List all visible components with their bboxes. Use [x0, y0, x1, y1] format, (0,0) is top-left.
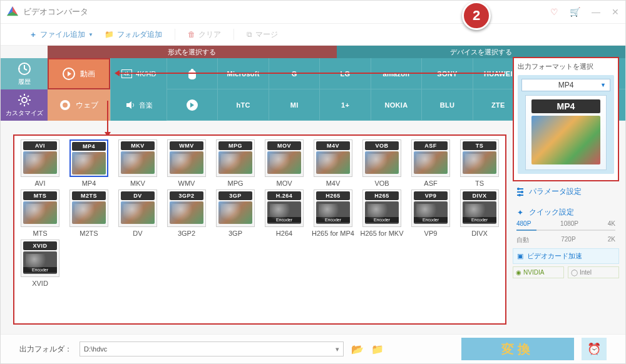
convert-button[interactable]: 変換 [461, 338, 574, 360]
quality-row-2[interactable]: 自動 720P 2K [513, 235, 619, 246]
quick-settings-link[interactable]: ✦ クイック設定 [513, 202, 619, 219]
format-label: DIVX [471, 230, 488, 237]
format-dv[interactable]: DVDV [116, 190, 160, 237]
format-ts[interactable]: TSTS [458, 139, 501, 187]
format-m2ts[interactable]: M2TSM2TS [67, 190, 111, 237]
tab-device[interactable]: デバイスを選択する [337, 46, 626, 58]
cart-icon[interactable]: 🛒 [570, 7, 580, 17]
brand-mi[interactable]: MI [269, 89, 319, 121]
format-thumb: VP9 [411, 190, 450, 227]
brand-amazon[interactable]: amazon [371, 58, 421, 89]
quality-row-1[interactable]: 480P 1080P 4K [513, 219, 619, 228]
music-category[interactable]: 音楽 [110, 89, 167, 121]
svg-line-7 [28, 103, 29, 104]
format-label: VP9 [424, 230, 438, 237]
folder-dropdown-icon[interactable]: ▾ [332, 345, 343, 353]
format-thumb: H265 [314, 190, 352, 227]
brand-blu[interactable]: BLU [421, 89, 472, 121]
tab-format[interactable]: 形式を選択する [48, 46, 337, 58]
format-3gp[interactable]: 3GP3GP [213, 190, 257, 237]
format-xvid[interactable]: XVIDXVID [18, 240, 62, 287]
app-logo-icon [7, 6, 18, 18]
chevron-down-icon[interactable]: ▼ [88, 32, 93, 38]
format-label: H264 [276, 230, 292, 237]
format-mkv[interactable]: MKVMKV [116, 139, 160, 187]
format-thumb: MOV [265, 139, 304, 177]
speaker-icon [125, 100, 135, 110]
format-3gp2[interactable]: 3GP23GP2 [165, 190, 208, 237]
brand-g[interactable]: G [269, 58, 319, 89]
folder-settings-icon[interactable]: 📁 [371, 343, 384, 355]
brand-htc[interactable]: hTC [217, 89, 268, 121]
web-category[interactable]: ウェブ [48, 89, 110, 121]
preview-header: MP4 [531, 99, 600, 113]
plus-icon: ＋ [29, 29, 37, 40]
movie-category[interactable]: 動画 [48, 58, 110, 89]
add-folder-button[interactable]: 📁 フォルダ追加 [101, 27, 166, 43]
brand-motorola[interactable] [167, 89, 217, 121]
gpu-accel-toggle[interactable]: ▣ ビデオカード加速 [513, 248, 619, 264]
history-label: 履歴 [18, 78, 31, 86]
format-vp9[interactable]: VP9VP9 [409, 190, 453, 237]
format-wmv[interactable]: WMVWMV [165, 139, 208, 187]
format-label: MOV [276, 179, 292, 187]
open-folder-icon[interactable]: 📂 [351, 343, 364, 355]
right-panel: 出力フォーマットを選択 MP4 MP4 パラメータ設定 ✦ クイック設定 480… [513, 57, 619, 326]
format-vob[interactable]: VOBVOB [360, 139, 404, 187]
parameter-settings-link[interactable]: パラメータ設定 [513, 181, 619, 202]
format-label: ASF [424, 179, 437, 187]
format-label: VOB [374, 179, 389, 187]
format-label: M4V [326, 179, 341, 187]
intel-chip[interactable]: ◯Intel [568, 266, 619, 278]
format-h265-for-mp4[interactable]: H265H265 for MP4 [311, 190, 355, 237]
brand-nokia[interactable]: NOKIA [371, 89, 421, 121]
history-tab[interactable]: 履歴 [1, 58, 48, 89]
svg-point-21 [518, 194, 521, 196]
brand-sony[interactable]: SONY [421, 58, 472, 89]
brand-apple[interactable] [167, 58, 217, 89]
merge-icon: ⧉ [247, 30, 252, 39]
format-thumb: DIVX [460, 190, 499, 227]
brand-1[interactable]: 1+ [319, 89, 370, 121]
svg-point-13 [63, 103, 68, 108]
folder-icon: 📁 [105, 30, 114, 39]
merge-button[interactable]: ⧉ マージ [243, 27, 282, 43]
format-thumb: M2TS [69, 190, 108, 227]
clear-button[interactable]: 🗑 クリア [184, 27, 225, 43]
alarm-button[interactable]: ⏰ [582, 338, 607, 360]
format-h265-for-mkv[interactable]: H265H265 for MKV [360, 190, 404, 237]
gpu-chips: ◉NVIDIA ◯Intel [513, 266, 619, 278]
format-asf[interactable]: ASFASF [409, 139, 453, 187]
add-file-button[interactable]: ＋ ファイル追加 ▼ [26, 27, 97, 43]
format-avi[interactable]: AVIAVI [18, 139, 62, 187]
format-mov[interactable]: MOVMOV [262, 139, 306, 187]
customize-tab[interactable]: カスタマイズ [1, 89, 48, 121]
minimize-button[interactable]: — [592, 7, 600, 17]
format-m4v[interactable]: M4VM4V [311, 139, 355, 187]
format-thumb: ASF [411, 139, 450, 177]
format-h264[interactable]: H.264H264 [262, 190, 306, 237]
format-label: TS [475, 179, 484, 187]
output-format-title: 出力フォーマットを選択 [518, 62, 614, 71]
format-thumb: MP4 [69, 139, 108, 177]
output-folder-input[interactable] [80, 345, 332, 353]
sliders-icon [515, 187, 525, 197]
brand-lg[interactable]: LG [319, 58, 370, 89]
output-format-dropdown[interactable]: MP4 [521, 79, 610, 91]
format-mp4[interactable]: MP4MP4 [67, 139, 111, 187]
clear-label: クリア [198, 29, 221, 40]
format-divx[interactable]: DIVXDIVX [458, 190, 501, 237]
favorite-icon[interactable]: ♡ [550, 7, 558, 17]
quality-slider[interactable] [516, 230, 615, 231]
annotation-arrow-horizontal [116, 73, 505, 74]
nvidia-chip[interactable]: ◉NVIDIA [513, 266, 564, 278]
intel-icon: ◯ [571, 269, 578, 276]
svg-line-9 [28, 96, 29, 97]
close-button[interactable]: ✕ [612, 7, 619, 17]
brand-microsoft[interactable]: Microsoft [217, 58, 268, 89]
output-format-preview: MP4 [525, 95, 607, 170]
format-mts[interactable]: MTSMTS [18, 190, 62, 237]
annotation-arrow-vertical [107, 101, 108, 135]
format-mpg[interactable]: MPGMPG [213, 139, 257, 187]
wand-icon: ✦ [515, 208, 525, 218]
